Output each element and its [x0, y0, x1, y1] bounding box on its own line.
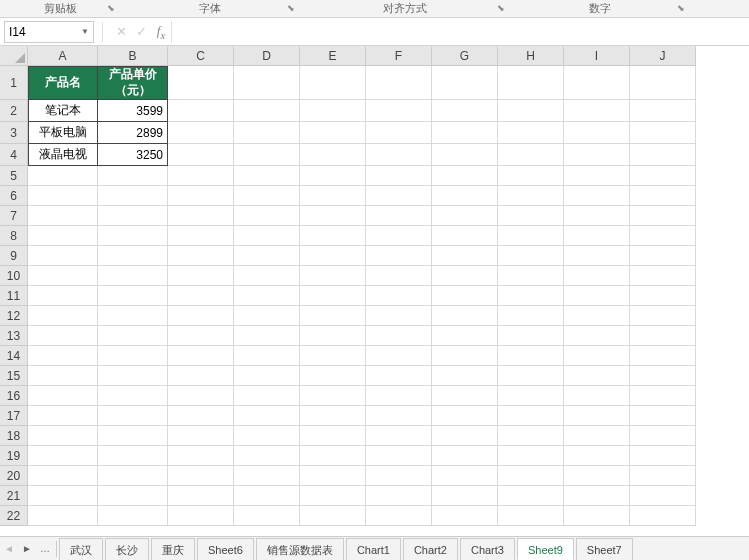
cell-F3[interactable] [366, 122, 432, 144]
column-header-C[interactable]: C [168, 46, 234, 66]
cell-E7[interactable] [300, 206, 366, 226]
cell-H17[interactable] [498, 406, 564, 426]
row-header-21[interactable]: 21 [0, 486, 28, 506]
cells-area[interactable]: 产品名产品单价（元）笔记本3599平板电脑2899液晶电视3250 [28, 66, 696, 526]
dialog-launcher-icon[interactable]: ⬊ [496, 3, 506, 13]
cell-G13[interactable] [432, 326, 498, 346]
cell-E5[interactable] [300, 166, 366, 186]
cell-J12[interactable] [630, 306, 696, 326]
cell-C15[interactable] [168, 366, 234, 386]
cell-J20[interactable] [630, 466, 696, 486]
cell-A11[interactable] [28, 286, 98, 306]
cell-I2[interactable] [564, 100, 630, 122]
cell-J17[interactable] [630, 406, 696, 426]
enter-formula-button[interactable]: ✓ [131, 24, 151, 39]
cell-F10[interactable] [366, 266, 432, 286]
cell-B19[interactable] [98, 446, 168, 466]
cell-H9[interactable] [498, 246, 564, 266]
cell-E18[interactable] [300, 426, 366, 446]
cell-J22[interactable] [630, 506, 696, 526]
cell-I17[interactable] [564, 406, 630, 426]
cell-F22[interactable] [366, 506, 432, 526]
row-header-6[interactable]: 6 [0, 186, 28, 206]
row-header-2[interactable]: 2 [0, 100, 28, 122]
cell-J19[interactable] [630, 446, 696, 466]
cell-I10[interactable] [564, 266, 630, 286]
cell-B3[interactable]: 2899 [98, 122, 168, 144]
dialog-launcher-icon[interactable]: ⬊ [676, 3, 686, 13]
cell-A12[interactable] [28, 306, 98, 326]
cell-J1[interactable] [630, 66, 696, 100]
cell-I3[interactable] [564, 122, 630, 144]
cell-G6[interactable] [432, 186, 498, 206]
cell-I5[interactable] [564, 166, 630, 186]
cell-H12[interactable] [498, 306, 564, 326]
cell-C6[interactable] [168, 186, 234, 206]
cell-G21[interactable] [432, 486, 498, 506]
cell-C5[interactable] [168, 166, 234, 186]
name-box[interactable]: I14 ▼ [4, 21, 94, 43]
sheet-tab-Chart3[interactable]: Chart3 [460, 538, 515, 560]
row-header-4[interactable]: 4 [0, 144, 28, 166]
cell-C20[interactable] [168, 466, 234, 486]
column-header-B[interactable]: B [98, 46, 168, 66]
cell-A5[interactable] [28, 166, 98, 186]
cell-D9[interactable] [234, 246, 300, 266]
cell-D12[interactable] [234, 306, 300, 326]
cell-F9[interactable] [366, 246, 432, 266]
cell-C4[interactable] [168, 144, 234, 166]
cell-H2[interactable] [498, 100, 564, 122]
cell-D10[interactable] [234, 266, 300, 286]
cell-B7[interactable] [98, 206, 168, 226]
row-header-1[interactable]: 1 [0, 66, 28, 100]
cell-I12[interactable] [564, 306, 630, 326]
cell-H5[interactable] [498, 166, 564, 186]
cell-H16[interactable] [498, 386, 564, 406]
sheet-tab-Sheet7[interactable]: Sheet7 [576, 538, 633, 560]
dialog-launcher-icon[interactable]: ⬊ [286, 3, 296, 13]
cell-B13[interactable] [98, 326, 168, 346]
cell-D22[interactable] [234, 506, 300, 526]
cell-J3[interactable] [630, 122, 696, 144]
chevron-down-icon[interactable]: ▼ [81, 27, 89, 36]
row-header-15[interactable]: 15 [0, 366, 28, 386]
cell-G8[interactable] [432, 226, 498, 246]
cell-E22[interactable] [300, 506, 366, 526]
cell-G7[interactable] [432, 206, 498, 226]
cell-A6[interactable] [28, 186, 98, 206]
cell-C8[interactable] [168, 226, 234, 246]
sheet-tab-武汉[interactable]: 武汉 [59, 538, 103, 560]
cell-H6[interactable] [498, 186, 564, 206]
cell-F7[interactable] [366, 206, 432, 226]
row-header-12[interactable]: 12 [0, 306, 28, 326]
row-header-17[interactable]: 17 [0, 406, 28, 426]
cell-I21[interactable] [564, 486, 630, 506]
cell-B14[interactable] [98, 346, 168, 366]
cell-A13[interactable] [28, 326, 98, 346]
cell-J6[interactable] [630, 186, 696, 206]
cell-H22[interactable] [498, 506, 564, 526]
cell-I1[interactable] [564, 66, 630, 100]
cell-H13[interactable] [498, 326, 564, 346]
cell-C13[interactable] [168, 326, 234, 346]
cell-I8[interactable] [564, 226, 630, 246]
cell-J10[interactable] [630, 266, 696, 286]
row-header-16[interactable]: 16 [0, 386, 28, 406]
cell-A9[interactable] [28, 246, 98, 266]
cell-D15[interactable] [234, 366, 300, 386]
cell-J13[interactable] [630, 326, 696, 346]
cell-D1[interactable] [234, 66, 300, 100]
cell-C12[interactable] [168, 306, 234, 326]
cell-G22[interactable] [432, 506, 498, 526]
cell-H10[interactable] [498, 266, 564, 286]
sheet-tab-Sheet6[interactable]: Sheet6 [197, 538, 254, 560]
cell-J15[interactable] [630, 366, 696, 386]
cell-E3[interactable] [300, 122, 366, 144]
formula-input[interactable] [171, 21, 749, 43]
cell-E14[interactable] [300, 346, 366, 366]
cell-H21[interactable] [498, 486, 564, 506]
cell-J8[interactable] [630, 226, 696, 246]
cell-J5[interactable] [630, 166, 696, 186]
row-header-3[interactable]: 3 [0, 122, 28, 144]
cell-D19[interactable] [234, 446, 300, 466]
